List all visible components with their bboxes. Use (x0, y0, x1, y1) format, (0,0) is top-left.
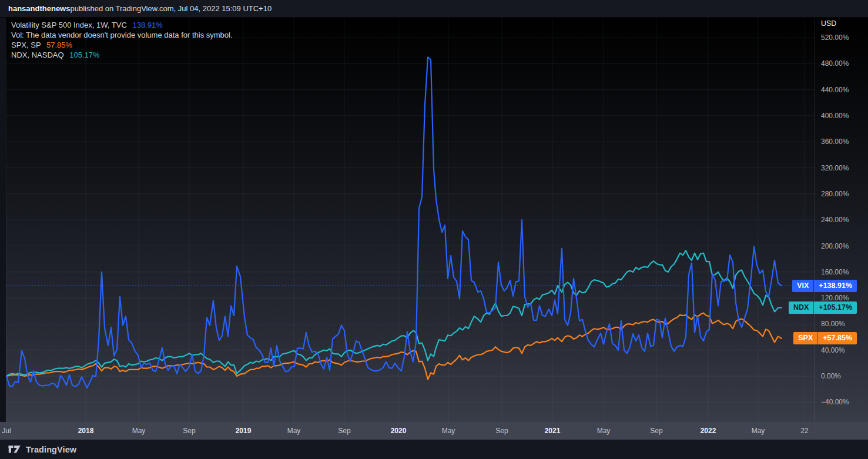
chart-canvas[interactable] (0, 18, 868, 422)
y-axis-label: 400.00% (821, 112, 849, 120)
y-axis-label: 200.00% (821, 242, 849, 250)
x-axis-label: Sep (650, 427, 662, 435)
legend-row-spx: SPX, SP 57.85% (11, 40, 233, 50)
price-label-spx-symbol: SPX (793, 332, 817, 344)
x-axis-label: Sep (338, 427, 350, 435)
legend-ndx-title: NDX, NASDAQ (11, 51, 64, 59)
x-axis-label: 2020 (391, 427, 407, 435)
chart-legend: Volatility S&P 500 Index, 1W, TVC 138.91… (11, 20, 233, 60)
y-axis-label: 480.00% (821, 59, 849, 68)
y-axis-label: 520.00% (821, 33, 849, 42)
grid-lines (6, 18, 814, 422)
publish-info: published on TradingView.com, Jul 04, 20… (70, 4, 272, 13)
series-line-ndx (6, 250, 782, 376)
price-label-ndx: NDX +105.17% (789, 301, 857, 314)
x-axis-label: Sep (495, 427, 508, 435)
y-axis-label: 80.00% (821, 320, 845, 328)
price-label-ndx-value: +105.17% (813, 301, 857, 314)
price-label-spx: SPX +57.85% (793, 332, 857, 344)
series-line-vix (6, 57, 782, 388)
y-axis-label: −40.00% (821, 398, 849, 406)
y-axis-label: 40.00% (821, 346, 845, 354)
x-axis-label: 2021 (545, 427, 561, 435)
footer-bar: TradingView (0, 440, 868, 459)
x-axis-label: Jul (2, 427, 11, 435)
y-axis-label: 440.00% (821, 86, 849, 94)
x-axis-label: 2018 (78, 427, 94, 435)
price-label-spx-value: +57.85% (817, 332, 857, 344)
x-axis-label: May (132, 427, 146, 435)
y-axis-label: 160.00% (821, 268, 849, 276)
x-axis-label: 2022 (701, 427, 716, 435)
tradingview-snapshot: hansandthenews published on TradingView.… (0, 0, 868, 459)
left-margin (0, 18, 6, 422)
price-scale[interactable]: USD 520.00%480.00%440.00%400.00%360.00%3… (814, 18, 868, 422)
volume-note: Vol: The data vendor doesn't provide vol… (11, 31, 233, 39)
currency-label: USD (821, 19, 836, 28)
brand-name[interactable]: TradingView (26, 445, 76, 454)
legend-vix-title: Volatility S&P 500 Index, 1W, TVC (11, 21, 127, 29)
y-axis-label: 120.00% (821, 294, 849, 302)
time-scale[interactable]: Jul2018MaySep2019MaySep2020MaySep2021May… (0, 422, 868, 440)
publisher-username: hansandthenews (8, 4, 70, 13)
legend-row-volume-note: Vol: The data vendor doesn't provide vol… (11, 30, 233, 40)
legend-row-vix: Volatility S&P 500 Index, 1W, TVC 138.91… (11, 20, 233, 30)
legend-spx-title: SPX, SP (11, 41, 41, 49)
x-axis-label: Sep (183, 427, 195, 435)
legend-ndx-value: 105.17% (69, 51, 99, 59)
y-axis-label: 0.00% (821, 372, 841, 380)
price-label-vix-value: +138.91% (813, 280, 857, 292)
price-label-ndx-symbol: NDX (789, 301, 813, 314)
y-axis-label: 360.00% (821, 138, 849, 146)
y-axis-label: 280.00% (821, 190, 849, 198)
price-label-vix: VIX +138.91% (792, 280, 857, 292)
x-axis-label: May (287, 427, 301, 435)
legend-vix-value: 138.91% (132, 21, 162, 29)
x-axis-label: 22 (800, 427, 808, 435)
x-axis-label: 2019 (236, 427, 252, 435)
x-axis-label: May (752, 427, 765, 435)
price-label-vix-symbol: VIX (792, 280, 813, 292)
x-axis-label: May (442, 427, 455, 435)
x-axis-label: May (597, 427, 611, 435)
publish-header: hansandthenews published on TradingView.… (0, 0, 868, 18)
tradingview-logo-icon[interactable] (8, 445, 21, 454)
legend-row-ndx: NDX, NASDAQ 105.17% (11, 50, 233, 60)
y-axis-label: 240.00% (821, 216, 849, 224)
legend-spx-value: 57.85% (46, 41, 72, 49)
y-axis-label: 320.00% (821, 164, 849, 172)
